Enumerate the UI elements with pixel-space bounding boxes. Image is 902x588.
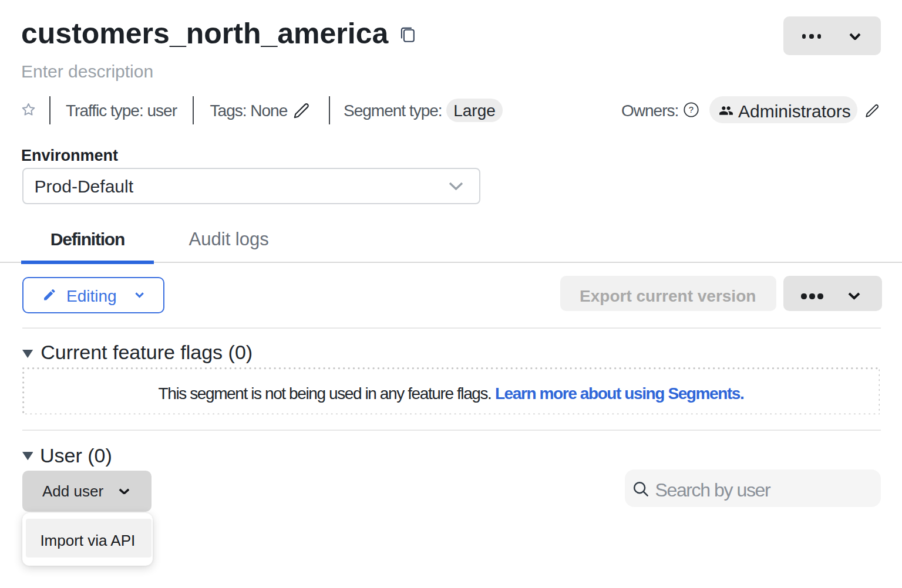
svg-text:?: ? — [689, 105, 694, 115]
